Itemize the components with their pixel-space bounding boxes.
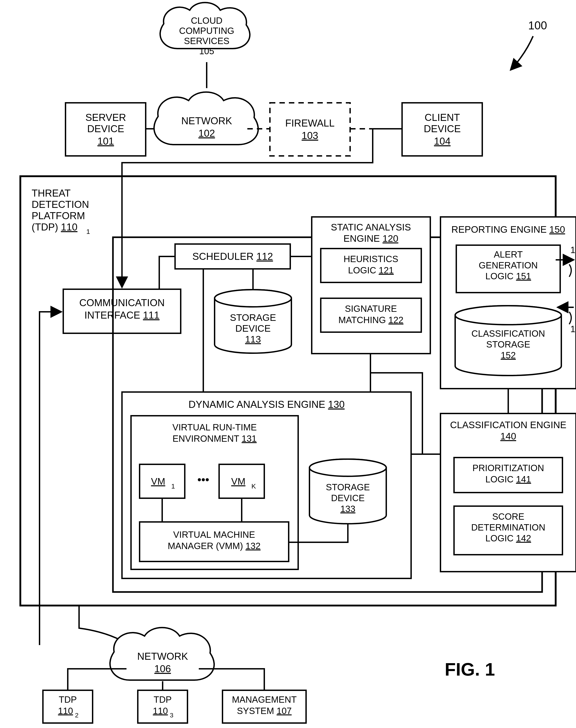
svg-text:DEVICE: DEVICE xyxy=(235,323,270,334)
svg-text:1: 1 xyxy=(86,228,90,235)
svg-text:HEURISTICS: HEURISTICS xyxy=(344,254,398,264)
client-device: CLIENT DEVICE 104 xyxy=(402,103,482,156)
svg-text:SYSTEM 107: SYSTEM 107 xyxy=(237,706,292,716)
svg-rect-4 xyxy=(270,103,350,156)
cloud-services-line2: COMPUTING xyxy=(179,26,234,36)
server-device-line1: SERVER xyxy=(85,112,126,123)
svg-text:LOGIC 121: LOGIC 121 xyxy=(348,265,394,275)
svg-text:CLASSIFICATION: CLASSIFICATION xyxy=(471,329,545,338)
svg-text:LOGIC 151: LOGIC 151 xyxy=(485,271,531,281)
svg-point-65 xyxy=(310,459,386,476)
svg-text:CLASSIFICATION ENGINE: CLASSIFICATION ENGINE xyxy=(450,420,567,430)
vm-ellipsis: ••• xyxy=(197,473,209,486)
cloud-services-line1: CLOUD xyxy=(191,16,223,26)
cloud-services-ref: 105 xyxy=(199,46,214,56)
svg-text:MANAGER (VMM) 132: MANAGER (VMM) 132 xyxy=(168,541,260,551)
storage-device-133: STORAGE DEVICE 133 xyxy=(310,459,386,524)
svg-text:DETERMINATION: DETERMINATION xyxy=(471,523,545,532)
svg-text:STATIC ANALYSIS: STATIC ANALYSIS xyxy=(331,222,411,232)
svg-text:133: 133 xyxy=(340,504,355,514)
client-device-line1: CLIENT xyxy=(425,112,460,123)
svg-text:REPORTING ENGINE 150: REPORTING ENGINE 150 xyxy=(451,224,565,235)
tdp-2: TDP 110 2 xyxy=(43,690,93,723)
svg-text:LOGIC 141: LOGIC 141 xyxy=(485,474,531,484)
tdp-title: THREAT DETECTION PLATFORM (TDP) 110 1 xyxy=(32,188,90,235)
cloud-services-line3: SERVICES xyxy=(184,36,230,46)
network-top-label: NETWORK xyxy=(181,115,232,126)
svg-text:K: K xyxy=(251,482,256,490)
svg-text:VIRTUAL RUN-TIME: VIRTUAL RUN-TIME xyxy=(172,422,257,432)
svg-text:(TDP) 110: (TDP) 110 xyxy=(32,221,78,232)
svg-text:ENVIRONMENT 131: ENVIRONMENT 131 xyxy=(173,433,257,444)
server-device-line2: DEVICE xyxy=(87,123,124,134)
svg-text:1: 1 xyxy=(171,482,175,490)
svg-text:140: 140 xyxy=(500,431,516,442)
server-device-ref: 101 xyxy=(97,136,114,147)
svg-text:THREAT: THREAT xyxy=(32,188,71,199)
communication-interface: COMMUNICATION INTERFACE 111 xyxy=(63,289,181,333)
figure-ref-100: 100 xyxy=(528,19,547,32)
svg-text:TDP: TDP xyxy=(59,695,77,704)
svg-text:110: 110 xyxy=(153,706,168,716)
svg-text:NETWORK: NETWORK xyxy=(137,651,188,662)
cloud-services: CLOUD COMPUTING SERVICES 105 xyxy=(160,2,250,56)
svg-text:113: 113 xyxy=(245,334,261,344)
tdp-3: TDP 110 3 xyxy=(138,690,188,723)
svg-text:PLATFORM: PLATFORM xyxy=(32,210,85,221)
svg-text:ALERT: ALERT xyxy=(494,249,523,259)
svg-text:110: 110 xyxy=(58,706,73,716)
svg-text:COMMUNICATION: COMMUNICATION xyxy=(79,297,165,308)
svg-point-21 xyxy=(214,290,291,307)
svg-text:LOGIC 142: LOGIC 142 xyxy=(485,533,531,543)
svg-text:DYNAMIC ANALYSIS ENGINE 130: DYNAMIC ANALYSIS ENGINE 130 xyxy=(189,399,344,410)
svg-text:2: 2 xyxy=(75,712,79,719)
management-system: MANAGEMENT SYSTEM 107 xyxy=(223,690,306,723)
svg-text:STORAGE: STORAGE xyxy=(326,482,370,492)
client-device-line2: DEVICE xyxy=(424,123,461,134)
svg-text:ENGINE 120: ENGINE 120 xyxy=(344,233,399,244)
svg-text:VIRTUAL MACHINE: VIRTUAL MACHINE xyxy=(173,530,255,539)
svg-text:DEVICE: DEVICE xyxy=(331,493,365,503)
svg-text:DETECTION: DETECTION xyxy=(32,199,89,210)
scheduler: SCHEDULER 112 xyxy=(175,244,290,269)
svg-text:TDP: TDP xyxy=(153,695,172,704)
svg-text:106: 106 xyxy=(154,663,171,674)
firewall: FIREWALL 103 xyxy=(270,103,350,156)
dynamic-analysis-engine: DYNAMIC ANALYSIS ENGINE 130 VIRTUAL RUN-… xyxy=(122,392,411,579)
svg-text:STORAGE: STORAGE xyxy=(486,339,530,349)
firewall-ref: 103 xyxy=(301,130,318,141)
server-device: SERVER DEVICE 101 xyxy=(65,103,146,156)
svg-text:MANAGEMENT: MANAGEMENT xyxy=(232,695,297,704)
svg-text:STORAGE: STORAGE xyxy=(230,312,276,323)
svg-text:SIGNATURE: SIGNATURE xyxy=(345,304,397,314)
storage-device-113: STORAGE DEVICE 113 xyxy=(214,290,291,353)
svg-text:152: 152 xyxy=(501,350,516,360)
svg-text:INTERFACE 111: INTERFACE 111 xyxy=(85,310,160,320)
reporting-engine: REPORTING ENGINE 150 ALERT GENERATION LO… xyxy=(440,217,576,389)
svg-text:VM: VM xyxy=(231,476,246,487)
svg-point-38 xyxy=(455,306,561,325)
svg-text:SCHEDULER 112: SCHEDULER 112 xyxy=(192,251,273,262)
svg-text:154: 154 xyxy=(570,324,576,334)
svg-text:VM: VM xyxy=(151,476,165,487)
svg-text:GENERATION: GENERATION xyxy=(479,260,538,270)
classification-engine: CLASSIFICATION ENGINE 140 PRIORITIZATION… xyxy=(440,414,576,572)
svg-text:MATCHING 122: MATCHING 122 xyxy=(338,315,403,325)
figure-label: FIG. 1 xyxy=(445,659,495,679)
classification-storage: CLASSIFICATION STORAGE 152 xyxy=(455,306,561,375)
diagram-canvas: CLOUD COMPUTING SERVICES 105 SERVER DEVI… xyxy=(0,0,576,728)
network-top-ref: 102 xyxy=(198,128,215,139)
svg-text:153: 153 xyxy=(570,245,576,255)
static-analysis-engine: STATIC ANALYSIS ENGINE 120 HEURISTICS LO… xyxy=(312,217,430,354)
client-device-ref: 104 xyxy=(434,136,451,147)
svg-text:3: 3 xyxy=(170,712,173,719)
svg-text:SCORE: SCORE xyxy=(492,511,524,522)
network-top-cloud: NETWORK 102 xyxy=(154,92,258,145)
svg-text:PRIORITIZATION: PRIORITIZATION xyxy=(472,463,544,473)
network-bottom-cloud: NETWORK 106 xyxy=(110,628,214,680)
firewall-label: FIREWALL xyxy=(285,117,335,129)
